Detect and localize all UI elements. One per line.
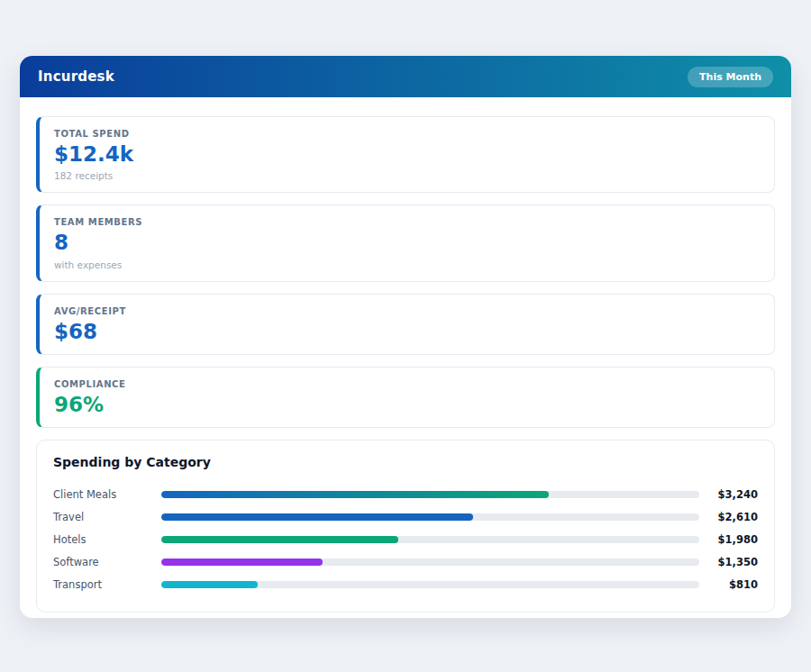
bar-fill [161, 581, 258, 588]
bar-track [161, 558, 699, 566]
chart-title: Spending by Category [53, 455, 758, 469]
bar-fill [161, 536, 398, 543]
stat-label: TOTAL SPEND [54, 129, 760, 139]
stat-label: AVG/RECEIPT [54, 306, 760, 316]
stat-label: COMPLIANCE [54, 379, 760, 389]
stat-card-compliance: COMPLIANCE 96% [36, 367, 775, 428]
category-value: $1,350 [707, 556, 758, 568]
bar-track [161, 513, 699, 521]
bar-fill [161, 491, 549, 498]
bar-chart: Client Meals $3,240 Travel $2,610 Hotels [53, 483, 758, 595]
category-label: Hotels [53, 533, 161, 546]
chart-row-transport: Transport $810 [53, 573, 758, 595]
stat-value: 96% [54, 394, 760, 416]
bar-track [161, 581, 699, 588]
category-value: $810 [707, 578, 758, 591]
chart-row-travel: Travel $2,610 [53, 505, 758, 528]
spending-by-category-card: Spending by Category Client Meals $3,240… [36, 440, 775, 613]
category-label: Client Meals [53, 488, 161, 501]
category-value: $1,980 [707, 533, 758, 546]
dashboard-card: Incurdesk This Month TOTAL SPEND $12.4k … [20, 56, 791, 618]
stat-card-team-members: TEAM MEMBERS 8 with expenses [36, 204, 775, 281]
category-label: Transport [53, 578, 161, 591]
period-badge[interactable]: This Month [688, 67, 773, 87]
category-value: $2,610 [707, 511, 758, 523]
stat-card-avg-receipt: AVG/RECEIPT $68 [36, 294, 775, 355]
category-value: $3,240 [707, 488, 758, 501]
dashboard-body: TOTAL SPEND $12.4k 182 receipts TEAM MEM… [20, 97, 791, 618]
stat-value: $12.4k [54, 143, 760, 166]
app-title: Incurdesk [38, 68, 114, 85]
stat-value: $68 [54, 321, 760, 343]
bar-track [161, 491, 699, 498]
stat-subtext: with expenses [54, 259, 760, 270]
chart-row-software: Software $1,350 [53, 550, 758, 573]
stat-subtext: 182 receipts [54, 170, 760, 181]
bar-track [161, 536, 699, 543]
bar-fill [161, 513, 473, 521]
category-label: Travel [53, 511, 161, 523]
stat-label: TEAM MEMBERS [54, 217, 760, 227]
bar-fill [161, 558, 323, 566]
stat-card-total-spend: TOTAL SPEND $12.4k 182 receipts [36, 116, 775, 193]
category-label: Software [53, 556, 161, 568]
header-bar: Incurdesk This Month [20, 56, 791, 97]
chart-row-client-meals: Client Meals $3,240 [53, 483, 758, 505]
stat-value: 8 [54, 232, 760, 254]
chart-row-hotels: Hotels $1,980 [53, 528, 758, 550]
